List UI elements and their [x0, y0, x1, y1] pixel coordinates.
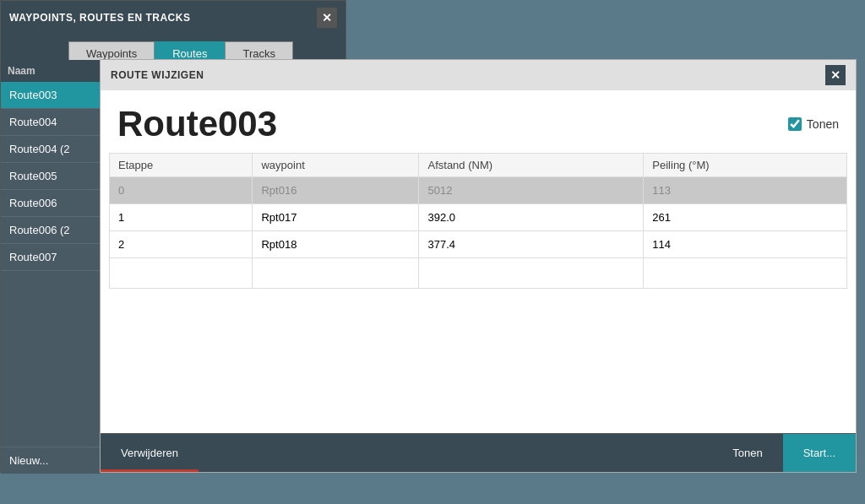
toolbar-spacer	[199, 434, 712, 472]
sidebar-item-route004[interactable]: Route004	[1, 109, 101, 136]
sidebar-item-route004-2[interactable]: Route004 (2	[1, 136, 101, 163]
route-table: Etappe waypoint Afstand (NM) Peiling (°M…	[109, 153, 847, 433]
route-name-display: Route003	[117, 104, 277, 144]
cell-etappe: 0	[110, 177, 253, 204]
col-afstand: Afstand (NM)	[419, 154, 644, 177]
inner-toolbar: Verwijderen Tonen Start...	[101, 433, 856, 472]
table-row[interactable]: 0 Rpt016 5012 113	[110, 177, 847, 204]
col-peiling: Peiling (°M)	[644, 154, 847, 177]
col-etappe: Etappe	[110, 154, 253, 177]
cell-peiling: 114	[644, 231, 847, 258]
sidebar-item-route006[interactable]: Route006	[1, 190, 101, 217]
sidebar-item-route006-2[interactable]: Route006 (2	[1, 217, 101, 244]
outer-close-button[interactable]: ✕	[317, 8, 337, 28]
sidebar: Naam Route003 Route004 Route004 (2 Route…	[1, 60, 101, 474]
table-row[interactable]: 1 Rpt017 392.0 261	[110, 204, 847, 231]
sidebar-item-route007[interactable]: Route007	[1, 244, 101, 271]
table-row-empty	[110, 258, 847, 289]
cell-waypoint: Rpt018	[253, 231, 419, 258]
inner-title: ROUTE WIJZIGEN	[111, 69, 204, 81]
cell-waypoint: Rpt017	[253, 204, 419, 231]
cell-afstand: 377.4	[419, 231, 644, 258]
waypoints-table: Etappe waypoint Afstand (NM) Peiling (°M…	[109, 153, 847, 289]
table-header-row: Etappe waypoint Afstand (NM) Peiling (°M…	[110, 154, 847, 177]
col-waypoint: waypoint	[253, 154, 419, 177]
inner-close-button[interactable]: ✕	[825, 65, 846, 85]
outer-title: WAYPOINTS, ROUTES EN TRACKS	[9, 12, 190, 24]
outer-header: WAYPOINTS, ROUTES EN TRACKS ✕	[1, 1, 345, 35]
table-row[interactable]: 2 Rpt018 377.4 114	[110, 231, 847, 258]
new-route-button[interactable]: Nieuw...	[1, 447, 101, 474]
cell-etappe: 2	[110, 231, 253, 258]
tonen-checkbox[interactable]	[788, 117, 802, 131]
cell-peiling: 261	[644, 204, 847, 231]
inner-modal: ROUTE WIJZIGEN ✕ Route003 Tonen Etappe w…	[100, 59, 857, 473]
sidebar-item-route003[interactable]: Route003	[1, 82, 101, 109]
delete-button[interactable]: Verwijderen	[101, 434, 199, 472]
cell-waypoint: Rpt016	[253, 177, 419, 204]
cell-peiling: 113	[644, 177, 847, 204]
tonen-button[interactable]: Tonen	[712, 434, 782, 472]
tonen-label: Tonen	[807, 117, 839, 131]
start-button[interactable]: Start...	[783, 434, 856, 472]
cell-afstand: 392.0	[419, 204, 644, 231]
sidebar-item-route005[interactable]: Route005	[1, 163, 101, 190]
sidebar-header: Naam	[1, 60, 101, 82]
tonen-checkbox-area: Tonen	[788, 117, 839, 131]
inner-header: ROUTE WIJZIGEN ✕	[101, 60, 856, 90]
cell-etappe: 1	[110, 204, 253, 231]
cell-afstand: 5012	[419, 177, 644, 204]
route-title-area: Route003 Tonen	[101, 90, 856, 153]
